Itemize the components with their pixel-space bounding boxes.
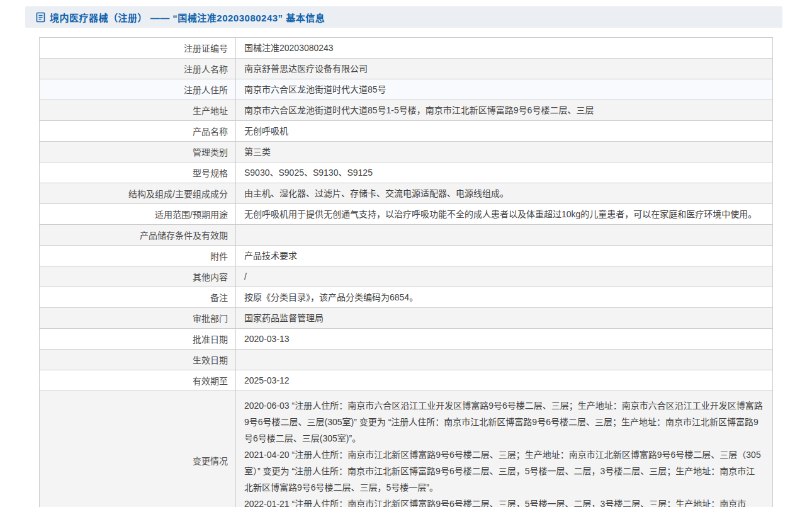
table-row-reg-number: 注册证编号 国械注准20203080243 xyxy=(40,38,772,59)
change-entry-2020: 2020-06-03 “注册人住所：南京市六合区沿江工业开发区博富路9号6号楼二… xyxy=(244,397,763,447)
change-entry-2021: 2021-04-20 “注册人住所：南京市江北新区博富路9号6号楼二层、三层；生… xyxy=(244,447,763,496)
row-label: 有效期至 xyxy=(40,370,236,390)
row-value: 国械注准20203080243 xyxy=(236,38,772,58)
document-icon xyxy=(36,12,45,23)
row-value: / xyxy=(236,266,772,287)
table-row-expiry-date: 有效期至 2025-03-12 xyxy=(40,370,772,391)
page-title: 境内医疗器械（注册） —— “国械注准20203080243” 基本信息 xyxy=(50,11,325,24)
row-label: 结构及组成/主要组成成分 xyxy=(40,183,236,203)
row-value: 由主机、湿化器、过滤片、存储卡、交流电源适配器、电源线组成。 xyxy=(236,183,772,203)
change-history-value: 2020-06-03 “注册人住所：南京市六合区沿江工业开发区博富路9号6号楼二… xyxy=(236,391,772,507)
row-label: 批准日期 xyxy=(40,329,236,349)
row-label: 注册证编号 xyxy=(40,38,236,58)
row-value: 按原《分类目录》，该产品分类编码为6854。 xyxy=(236,287,772,307)
attachment-value: 产品技术要求 xyxy=(236,246,772,266)
row-label: 注册人名称 xyxy=(40,59,236,79)
table-row-effective-date: 生效日期 xyxy=(40,350,772,370)
row-label: 生效日期 xyxy=(40,350,236,370)
row-label: 附件 xyxy=(40,246,236,266)
table-row-management-class: 管理类别 第三类 xyxy=(40,142,772,162)
row-value: 国家药品监督管理局 xyxy=(236,308,772,328)
table-row-production-address: 生产地址 南京市六合区龙池街道时代大道85号1-5号楼，南京市江北新区博富路9号… xyxy=(40,100,772,121)
table-row-intended-use: 适用范围/预期用途 无创呼吸机用于提供无创通气支持，以治疗呼吸功能不全的成人患者… xyxy=(40,204,772,225)
table-row-approval-dept: 审批部门 国家药品监督管理局 xyxy=(40,308,772,329)
change-entry-2022: 2022-01-21 “注册人住所：南京市江北新区博富路9号6号楼二层、三层，5… xyxy=(244,496,763,507)
row-value xyxy=(236,350,772,370)
row-value: 南京市六合区龙池街道时代大道85号 xyxy=(236,79,772,100)
row-label: 产品名称 xyxy=(40,121,236,141)
table-row-registrant-address: 注册人住所 南京市六合区龙池街道时代大道85号 xyxy=(40,79,772,100)
row-label: 注册人住所 xyxy=(40,79,236,100)
row-label: 生产地址 xyxy=(40,100,236,120)
row-value xyxy=(236,225,772,245)
row-label: 适用范围/预期用途 xyxy=(40,204,236,224)
table-row-approval-date: 批准日期 2020-03-13 xyxy=(40,329,772,350)
table-row-other-content: 其他内容 / xyxy=(40,266,772,287)
table-row-change-history: 变更情况 2020-06-03 “注册人住所：南京市六合区沿江工业开发区博富路9… xyxy=(40,391,772,507)
row-label: 备注 xyxy=(40,287,236,307)
row-value: 2020-03-13 xyxy=(236,329,772,349)
page-header: 境内医疗器械（注册） —— “国械注准20203080243” 基本信息 xyxy=(25,6,782,28)
registration-detail-table: 注册证编号 国械注准20203080243 注册人名称 南京舒普思达医疗设备有限… xyxy=(39,37,773,507)
row-label: 产品储存条件及有效期 xyxy=(40,225,236,245)
table-row-model-spec: 型号规格 S9030、S9025、S9130、S9125 xyxy=(40,162,772,183)
row-value: 南京舒普思达医疗设备有限公司 xyxy=(236,59,772,79)
table-row-remarks: 备注 按原《分类目录》，该产品分类编码为6854。 xyxy=(40,287,772,308)
row-value: 2025-03-12 xyxy=(236,370,772,390)
row-value: 无创呼吸机用于提供无创通气支持，以治疗呼吸功能不全的成人患者以及体重超过10kg… xyxy=(236,204,772,224)
row-value: 无创呼吸机 xyxy=(236,121,772,141)
table-row-composition: 结构及组成/主要组成成分 由主机、湿化器、过滤片、存储卡、交流电源适配器、电源线… xyxy=(40,183,772,204)
row-value: 第三类 xyxy=(236,142,772,162)
row-value: 南京市六合区龙池街道时代大道85号1-5号楼，南京市江北新区博富路9号6号楼二层… xyxy=(236,100,772,120)
row-value: S9030、S9025、S9130、S9125 xyxy=(236,162,772,183)
row-label: 管理类别 xyxy=(40,142,236,162)
table-row-registrant-name: 注册人名称 南京舒普思达医疗设备有限公司 xyxy=(40,59,772,79)
table-row-product-name: 产品名称 无创呼吸机 xyxy=(40,121,772,142)
table-row-attachment: 附件 产品技术要求 xyxy=(40,246,772,266)
row-label: 审批部门 xyxy=(40,308,236,328)
row-label: 型号规格 xyxy=(40,162,236,183)
table-row-storage-validity: 产品储存条件及有效期 xyxy=(40,225,772,246)
row-label: 其他内容 xyxy=(40,266,236,287)
row-label: 变更情况 xyxy=(40,391,236,507)
